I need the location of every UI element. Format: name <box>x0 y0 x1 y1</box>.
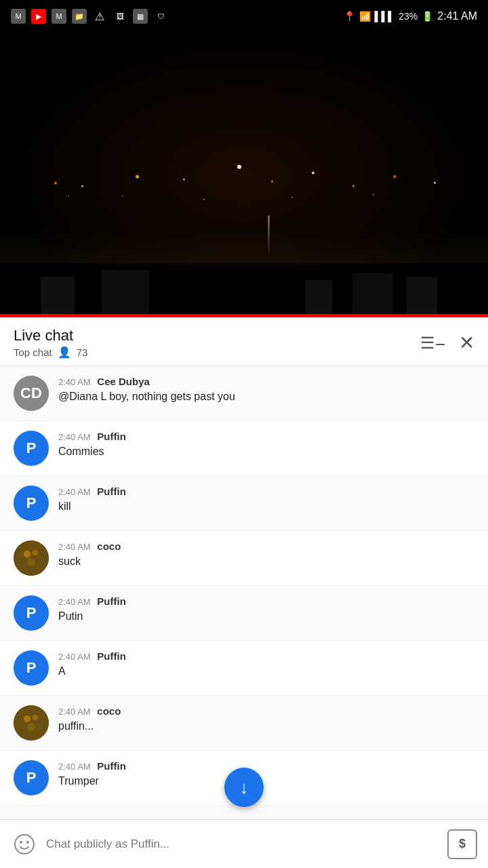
avatar: P <box>14 595 49 631</box>
message-text: A <box>58 664 474 679</box>
message-meta: 2:40 AM Puffin <box>58 595 474 607</box>
close-icon[interactable]: ✕ <box>459 332 474 354</box>
message-time: 2:40 AM <box>58 597 91 607</box>
message-content: 2:40 AM Puffin kill <box>58 486 474 514</box>
video-background <box>0 33 488 317</box>
chat-header-actions: ☰‒ ✕ <box>420 332 474 354</box>
status-bar: M ▶ M 📁 ⚠ 🖼 ▦ 🛡 📍 📶 ▌▌▌ 23% 🔋 2:41 AM <box>0 0 488 33</box>
location-icon: 📍 <box>344 11 355 22</box>
message-content: 2:40 AM Puffin Putin <box>58 595 474 624</box>
wifi-icon: 📶 <box>359 11 371 22</box>
icon-folder: 📁 <box>72 9 87 24</box>
message-text: Putin <box>58 609 474 624</box>
avatar: P <box>14 431 49 466</box>
chat-header-info: Live chat Top chat 👤 73 <box>14 327 87 359</box>
emoji-button[interactable] <box>11 831 38 858</box>
icon-shield: 🛡 <box>153 9 168 24</box>
message-meta: 2:40 AM Puffin <box>58 431 474 442</box>
super-chat-button[interactable]: $ <box>447 829 477 859</box>
message-username[interactable]: Cee Dubya <box>97 376 150 387</box>
icon-youtube: ▶ <box>31 9 46 24</box>
message-content: 2:40 AM coco puffin... <box>58 705 474 734</box>
avatar: CD <box>14 376 49 411</box>
message-text: suck <box>58 554 474 569</box>
filter-icon[interactable]: ☰‒ <box>420 334 445 353</box>
message-time: 2:40 AM <box>58 707 91 717</box>
message-content: 2:40 AM Puffin Trumper <box>58 760 474 789</box>
message-content: 2:40 AM Cee Dubya @Diana L boy, nothing … <box>58 376 474 404</box>
message-meta: 2:40 AM Puffin <box>58 760 474 772</box>
svg-point-6 <box>33 715 38 720</box>
message-row: P 2:40 AM Puffin Putin <box>0 586 488 641</box>
super-chat-icon: $ <box>459 837 466 851</box>
message-meta: 2:40 AM coco <box>58 540 474 552</box>
svg-point-8 <box>15 835 34 854</box>
message-time: 2:40 AM <box>58 432 91 442</box>
video-player[interactable] <box>0 33 488 317</box>
icon-image: 🖼 <box>113 9 127 24</box>
message-content: 2:40 AM Puffin Commies <box>58 431 474 459</box>
message-content: 2:40 AM Puffin A <box>58 650 474 679</box>
time: 2:41 AM <box>437 10 477 22</box>
svg-point-9 <box>20 841 22 844</box>
message-row: 2:40 AM coco puffin... <box>0 696 488 751</box>
message-time: 2:40 AM <box>58 542 91 552</box>
icon-grid: ▦ <box>133 9 148 24</box>
message-meta: 2:40 AM Puffin <box>58 486 474 497</box>
message-text: puffin... <box>58 719 474 734</box>
chat-input[interactable] <box>46 829 439 859</box>
message-text: Trumper <box>58 774 474 789</box>
battery-icon: 🔋 <box>422 11 433 22</box>
icon-m2: M <box>52 9 66 24</box>
message-username[interactable]: coco <box>97 705 121 717</box>
viewers-count: 73 <box>77 347 88 358</box>
icon-warning: ⚠ <box>92 9 107 24</box>
message-content: 2:40 AM coco suck <box>58 540 474 569</box>
message-meta: 2:40 AM Cee Dubya <box>58 376 474 387</box>
message-text: kill <box>58 499 474 514</box>
message-meta: 2:40 AM coco <box>58 705 474 717</box>
avatar <box>14 540 49 576</box>
chat-subtitle: Top chat 👤 73 <box>14 346 87 359</box>
message-row: P 2:40 AM Puffin A <box>0 641 488 696</box>
avatar: P <box>14 650 49 686</box>
top-chat-label[interactable]: Top chat <box>14 347 52 358</box>
avatar <box>14 705 49 741</box>
message-username[interactable]: Puffin <box>97 486 126 497</box>
message-row: P 2:40 AM Puffin Commies <box>0 421 488 476</box>
svg-point-2 <box>33 550 38 555</box>
status-right: 📍 📶 ▌▌▌ 23% 🔋 2:41 AM <box>344 10 478 22</box>
signal-icon: ▌▌▌ <box>375 11 395 22</box>
viewers-icon: 👤 <box>58 346 71 359</box>
chat-header: Live chat Top chat 👤 73 ☰‒ ✕ <box>0 317 488 366</box>
svg-point-1 <box>24 551 30 557</box>
message-text: Commies <box>58 444 474 459</box>
message-row: P 2:40 AM Puffin kill <box>0 476 488 531</box>
message-time: 2:40 AM <box>58 652 91 662</box>
arrow-down-icon: ↓ <box>240 777 249 798</box>
svg-point-10 <box>26 841 29 844</box>
message-meta: 2:40 AM Puffin <box>58 650 474 662</box>
message-text: @Diana L boy, nothing gets past you <box>58 389 474 404</box>
avatar: P <box>14 760 49 795</box>
message-username[interactable]: Puffin <box>97 431 126 442</box>
message-time: 2:40 AM <box>58 377 91 387</box>
progress-bar[interactable] <box>0 314 488 317</box>
message-time: 2:40 AM <box>58 487 91 497</box>
message-time: 2:40 AM <box>58 762 91 772</box>
chat-title: Live chat <box>14 327 87 344</box>
message-username[interactable]: coco <box>97 540 121 552</box>
avatar: P <box>14 486 49 521</box>
message-username[interactable]: Puffin <box>97 595 126 607</box>
chat-input-bar: $ <box>0 819 488 868</box>
svg-point-5 <box>24 715 30 722</box>
scroll-to-bottom-button[interactable]: ↓ <box>224 768 264 807</box>
svg-point-7 <box>27 723 35 731</box>
message-username[interactable]: Puffin <box>97 650 126 662</box>
message-username[interactable]: Puffin <box>97 760 126 772</box>
message-row: CD 2:40 AM Cee Dubya @Diana L boy, nothi… <box>0 366 488 421</box>
status-icons-left: M ▶ M 📁 ⚠ 🖼 ▦ 🛡 <box>11 9 168 24</box>
message-row: 2:40 AM coco suck <box>0 531 488 586</box>
battery-level: 23% <box>399 11 418 22</box>
icon-m1: M <box>11 9 26 24</box>
